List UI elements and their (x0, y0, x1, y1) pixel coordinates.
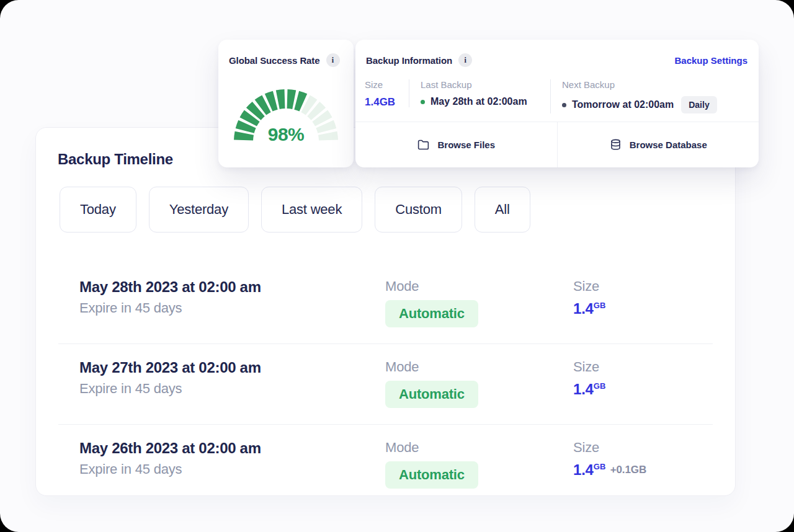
mode-label: Mode (385, 440, 573, 456)
backup-expiry: Expire in 45 days (79, 300, 385, 316)
mode-label: Mode (385, 278, 573, 295)
size-label: Size (573, 440, 713, 456)
filter-custom-button[interactable]: Custom (375, 187, 462, 233)
stat-size: Size 1.4GB (365, 79, 409, 109)
backup-row-datetime: May 27th 2023 at 02:00 am Expire in 45 d… (79, 359, 385, 397)
browse-files-label: Browse Files (437, 140, 495, 150)
size-delta: +0.1GB (610, 464, 646, 476)
mode-badge: Automatic (385, 300, 478, 327)
backup-row-size: Size 1.4GB (573, 359, 713, 398)
info-icon[interactable]: i (458, 53, 472, 67)
info-icon[interactable]: i (326, 53, 340, 67)
backup-dashboard-page: Global Success Rate i 98% Backup Informa… (0, 0, 794, 532)
stat-size-label: Size (365, 79, 409, 90)
stat-next-backup-label: Next Backup (562, 79, 717, 90)
backup-row-datetime: May 26th 2023 at 02:00 am Expire in 45 d… (79, 440, 385, 477)
backup-settings-link[interactable]: Backup Settings (674, 55, 747, 66)
size-unit: GB (594, 301, 606, 310)
size-number: 1.4 (573, 300, 594, 317)
backup-date: May 28th 2023 at 02:00 am (79, 278, 385, 296)
stat-next-backup-value: Tomorrow at 02:00am Daily (562, 96, 717, 113)
success-rate-gauge: 98% (233, 81, 339, 144)
backup-row: May 28th 2023 at 02:00 am Expire in 45 d… (58, 264, 713, 344)
browse-database-label: Browse Database (630, 140, 707, 150)
stat-last-backup-label: Last Backup (421, 79, 550, 90)
backup-information-card: Backup Information i Backup Settings Siz… (355, 40, 759, 167)
backup-row-mode: Mode Automatic (385, 440, 573, 489)
backup-row-mode: Mode Automatic (385, 278, 573, 327)
backup-row-size: Size 1.4GB (573, 278, 713, 317)
browse-files-button[interactable]: Browse Files (355, 122, 557, 167)
gauge-value: 98% (233, 124, 339, 145)
database-icon (609, 138, 622, 151)
success-card-title: Global Success Rate (229, 55, 320, 66)
timeline-filters: Today Yesterday Last week Custom All (60, 187, 735, 233)
backup-row-size: Size 1.4GB+0.1GB (573, 440, 713, 479)
stat-next-backup: Next Backup Tomorrow at 02:00am Daily (550, 79, 717, 113)
info-card-footer: Browse Files Browse Database (355, 122, 759, 167)
backup-row-mode: Mode Automatic (385, 359, 573, 408)
size-unit: GB (594, 381, 606, 391)
dark-dot-icon (562, 103, 566, 107)
backup-date: May 26th 2023 at 02:00 am (79, 440, 385, 457)
stat-last-backup: Last Backup May 28th at 02:00am (409, 79, 550, 107)
mode-badge: Automatic (385, 461, 478, 489)
stat-next-backup-text: Tomorrow at 02:00am (572, 99, 674, 110)
backup-row: May 26th 2023 at 02:00 am Expire in 45 d… (58, 424, 713, 505)
filter-last-week-button[interactable]: Last week (261, 187, 362, 233)
browse-database-button[interactable]: Browse Database (557, 122, 759, 167)
size-value: 1.4GB+0.1GB (573, 461, 713, 479)
size-label: Size (573, 359, 713, 375)
success-card-header: Global Success Rate i (218, 40, 354, 67)
frequency-badge: Daily (681, 96, 716, 113)
backup-expiry: Expire in 45 days (79, 461, 385, 477)
timeline-rows: May 28th 2023 at 02:00 am Expire in 45 d… (58, 264, 713, 505)
size-value: 1.4GB (573, 381, 713, 398)
size-number: 1.4 (573, 381, 594, 397)
backup-timeline-card: Backup Timeline Today Yesterday Last wee… (35, 127, 736, 496)
size-number: 1.4 (573, 461, 594, 478)
info-card-header: Backup Information i Backup Settings (355, 40, 759, 67)
size-unit: GB (594, 462, 606, 471)
global-success-rate-card: Global Success Rate i 98% (218, 40, 354, 167)
filter-all-button[interactable]: All (475, 187, 530, 233)
filter-yesterday-button[interactable]: Yesterday (149, 187, 249, 233)
backup-date: May 27th 2023 at 02:00 am (79, 359, 385, 376)
info-card-title: Backup Information (366, 55, 452, 66)
size-label: Size (573, 278, 713, 295)
backup-row-datetime: May 28th 2023 at 02:00 am Expire in 45 d… (79, 278, 385, 316)
backup-expiry: Expire in 45 days (79, 381, 385, 397)
mode-badge: Automatic (385, 381, 478, 408)
size-value: 1.4GB (573, 300, 713, 317)
backup-stats-row: Size 1.4GB Last Backup May 28th at 02:00… (355, 67, 759, 113)
stat-last-backup-value: May 28th at 02:00am (421, 96, 550, 107)
green-dot-icon (421, 100, 425, 104)
mode-label: Mode (385, 359, 573, 375)
stat-size-value: 1.4GB (365, 96, 409, 109)
stat-last-backup-text: May 28th at 02:00am (430, 96, 527, 107)
filter-today-button[interactable]: Today (60, 187, 136, 233)
folder-icon (417, 138, 430, 151)
backup-row: May 27th 2023 at 02:00 am Expire in 45 d… (58, 344, 713, 424)
